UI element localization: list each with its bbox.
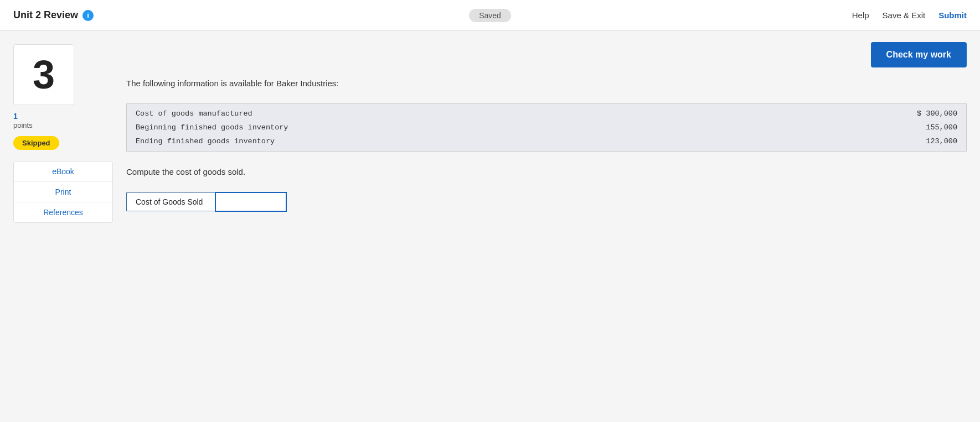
row-label: Cost of goods manufactured — [127, 103, 767, 121]
info-icon[interactable]: i — [82, 10, 94, 21]
question-number: 3 — [33, 52, 55, 97]
row-label: Beginning finished goods inventory — [127, 121, 767, 134]
skipped-badge: Skipped — [13, 136, 59, 150]
sidebar-links: eBook Print References — [13, 161, 113, 223]
table-row: Cost of goods manufactured $ 300,000 — [127, 103, 967, 121]
answer-label: Cost of Goods Sold — [126, 192, 215, 211]
header: Unit 2 Review i Saved Help Save & Exit S… — [0, 0, 980, 31]
table-row: Ending finished goods inventory 123,000 — [127, 134, 967, 152]
points-section: 1 points — [13, 112, 113, 129]
main-content: 3 1 points Skipped eBook Print Reference… — [0, 31, 980, 422]
header-right: Help Save & Exit Submit — [852, 11, 967, 20]
row-label: Ending finished goods inventory — [127, 134, 767, 152]
row-value: 155,000 — [767, 121, 967, 134]
header-left: Unit 2 Review i — [13, 9, 94, 21]
question-number-box: 3 — [13, 44, 74, 105]
save-exit-link[interactable]: Save & Exit — [883, 11, 926, 20]
row-value: $ 300,000 — [767, 103, 967, 121]
points-label: points — [13, 121, 33, 129]
sidebar: 3 1 points Skipped eBook Print Reference… — [13, 44, 113, 409]
help-link[interactable]: Help — [852, 11, 869, 20]
ebook-link[interactable]: eBook — [14, 161, 112, 182]
saved-badge: Saved — [469, 9, 511, 22]
table-row: Beginning finished goods inventory 155,0… — [127, 121, 967, 134]
references-link[interactable]: References — [14, 202, 112, 222]
instruction-text: Compute the cost of goods sold. — [126, 167, 967, 176]
print-link[interactable]: Print — [14, 182, 112, 202]
data-table: Cost of goods manufactured $ 300,000 Beg… — [126, 103, 967, 152]
row-value: 123,000 — [767, 134, 967, 152]
answer-row: Cost of Goods Sold — [126, 192, 967, 212]
points-number: 1 — [13, 112, 18, 121]
question-intro: The following information is available f… — [126, 77, 967, 90]
page-title: Unit 2 Review — [13, 9, 78, 21]
cost-of-goods-sold-input[interactable] — [215, 192, 287, 212]
check-my-work-button[interactable]: Check my work — [871, 42, 967, 67]
submit-link[interactable]: Submit — [938, 11, 967, 20]
content-area: The following information is available f… — [126, 44, 967, 409]
